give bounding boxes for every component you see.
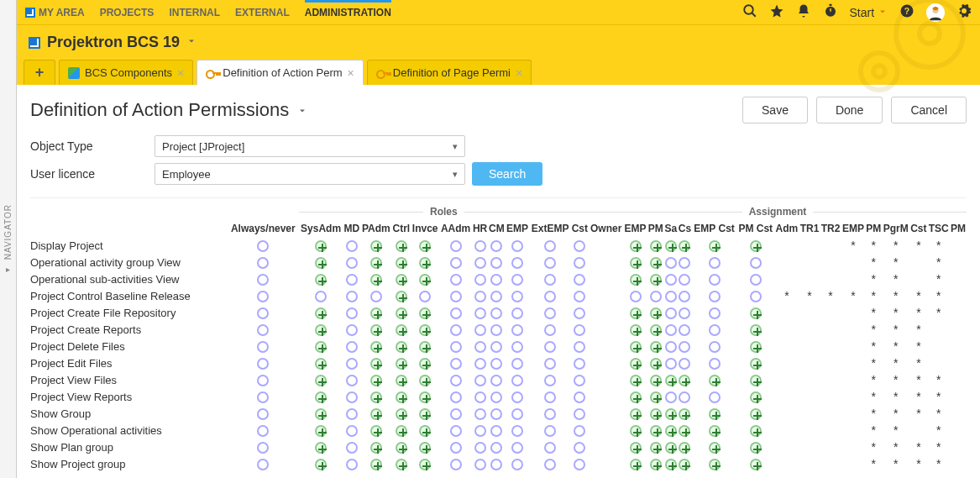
- perm-cell[interactable]: [799, 271, 820, 287]
- perm-cell[interactable]: [391, 338, 411, 355]
- perm-cell[interactable]: *: [928, 388, 950, 405]
- perm-cell[interactable]: *: [865, 388, 882, 405]
- perm-cell[interactable]: *: [928, 439, 950, 455]
- perm-cell[interactable]: [647, 271, 664, 287]
- perm-cell[interactable]: [472, 254, 488, 271]
- perm-cell[interactable]: *: [882, 355, 909, 371]
- perm-cell[interactable]: [950, 338, 967, 355]
- perm-cell[interactable]: [589, 371, 623, 388]
- col-hr[interactable]: HR: [472, 220, 488, 237]
- perm-cell[interactable]: [774, 254, 799, 271]
- perm-cell[interactable]: [928, 355, 950, 371]
- perm-cell[interactable]: [391, 321, 411, 338]
- perm-cell[interactable]: [589, 422, 623, 439]
- col-pm[interactable]: PM: [950, 220, 967, 237]
- perm-cell[interactable]: [360, 422, 391, 439]
- perm-cell[interactable]: [228, 371, 299, 388]
- topnav-internal[interactable]: INTERNAL: [169, 7, 220, 18]
- perm-cell[interactable]: [589, 271, 623, 287]
- perm-cell[interactable]: [571, 321, 589, 338]
- tab-0[interactable]: BCS Components×: [59, 60, 193, 85]
- perm-cell[interactable]: [506, 287, 530, 304]
- perm-cell[interactable]: [360, 371, 391, 388]
- perm-cell[interactable]: [439, 287, 472, 304]
- perm-cell[interactable]: [736, 237, 774, 254]
- perm-cell[interactable]: [506, 455, 530, 472]
- perm-cell[interactable]: [664, 271, 678, 287]
- perm-cell[interactable]: *: [909, 355, 927, 371]
- perm-cell[interactable]: *: [928, 405, 950, 422]
- perm-cell[interactable]: [774, 271, 799, 287]
- perm-cell[interactable]: [488, 388, 506, 405]
- perm-cell[interactable]: [299, 455, 343, 472]
- perm-cell[interactable]: [774, 455, 799, 472]
- perm-cell[interactable]: [506, 237, 530, 254]
- search-icon[interactable]: [742, 3, 757, 21]
- perm-cell[interactable]: [950, 355, 967, 371]
- perm-cell[interactable]: [623, 455, 647, 472]
- perm-cell[interactable]: [571, 455, 589, 472]
- perm-cell[interactable]: [736, 287, 774, 304]
- perm-cell[interactable]: [571, 254, 589, 271]
- perm-cell[interactable]: [411, 455, 439, 472]
- perm-cell[interactable]: [820, 304, 841, 321]
- perm-cell[interactable]: [736, 455, 774, 472]
- perm-cell[interactable]: *: [882, 405, 909, 422]
- perm-cell[interactable]: *: [882, 388, 909, 405]
- perm-cell[interactable]: [736, 271, 774, 287]
- perm-cell[interactable]: [529, 271, 570, 287]
- perm-cell[interactable]: *: [909, 321, 927, 338]
- perm-cell[interactable]: *: [909, 388, 927, 405]
- perm-cell[interactable]: [571, 287, 589, 304]
- perm-cell[interactable]: [841, 422, 866, 439]
- perm-cell[interactable]: [529, 254, 570, 271]
- perm-cell[interactable]: [529, 321, 570, 338]
- perm-cell[interactable]: [299, 321, 343, 338]
- perm-cell[interactable]: [360, 405, 391, 422]
- perm-cell[interactable]: [228, 455, 299, 472]
- perm-cell[interactable]: [411, 338, 439, 355]
- perm-cell[interactable]: [472, 405, 488, 422]
- perm-cell[interactable]: *: [865, 371, 882, 388]
- perm-cell[interactable]: [623, 422, 647, 439]
- perm-cell[interactable]: [488, 439, 506, 455]
- perm-cell[interactable]: [678, 405, 692, 422]
- perm-cell[interactable]: [774, 439, 799, 455]
- col-cs[interactable]: Cs: [678, 220, 692, 237]
- perm-cell[interactable]: [841, 388, 866, 405]
- col-emp[interactable]: EMP: [506, 220, 530, 237]
- perm-cell[interactable]: [488, 254, 506, 271]
- perm-cell[interactable]: [692, 371, 736, 388]
- perm-cell[interactable]: [343, 321, 361, 338]
- perm-cell[interactable]: [391, 422, 411, 439]
- perm-cell[interactable]: [529, 405, 570, 422]
- perm-cell[interactable]: *: [865, 321, 882, 338]
- perm-cell[interactable]: [343, 422, 361, 439]
- perm-cell[interactable]: [820, 355, 841, 371]
- perm-cell[interactable]: [647, 304, 664, 321]
- perm-cell[interactable]: [439, 271, 472, 287]
- row-label[interactable]: Project Edit Files: [30, 355, 228, 371]
- perm-cell[interactable]: [664, 321, 678, 338]
- row-label[interactable]: Project Create File Repository: [30, 304, 228, 321]
- perm-cell[interactable]: [488, 355, 506, 371]
- perm-cell[interactable]: [391, 355, 411, 371]
- perm-cell[interactable]: [529, 287, 570, 304]
- topnav-external[interactable]: EXTERNAL: [235, 7, 290, 18]
- perm-cell[interactable]: *: [882, 338, 909, 355]
- perm-cell[interactable]: [411, 304, 439, 321]
- perm-cell[interactable]: [647, 237, 664, 254]
- perm-cell[interactable]: [472, 338, 488, 355]
- perm-cell[interactable]: *: [928, 422, 950, 439]
- col-aadm[interactable]: AAdm: [439, 220, 472, 237]
- perm-cell[interactable]: [692, 237, 736, 254]
- perm-cell[interactable]: *: [909, 455, 927, 472]
- perm-cell[interactable]: [909, 422, 927, 439]
- perm-cell[interactable]: [664, 371, 678, 388]
- perm-cell[interactable]: [506, 439, 530, 455]
- col-pgrm[interactable]: PgrM: [882, 220, 909, 237]
- perm-cell[interactable]: [506, 405, 530, 422]
- perm-cell[interactable]: [623, 338, 647, 355]
- perm-cell[interactable]: [439, 405, 472, 422]
- perm-cell[interactable]: *: [865, 304, 882, 321]
